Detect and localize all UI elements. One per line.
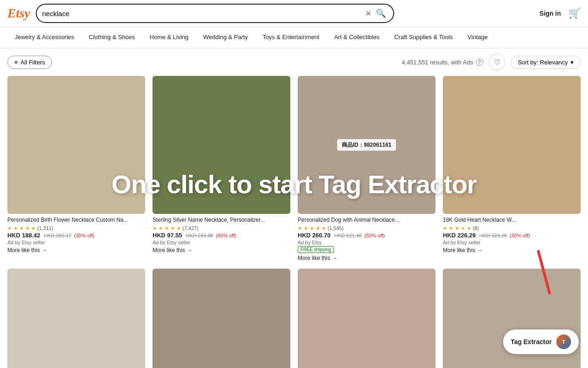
etsy-logo[interactable]: Etsy — [7, 6, 30, 21]
arrow-right-icon: → — [332, 255, 338, 261]
review-count: (7,427) — [182, 225, 198, 231]
results-info: 4,451,551 results, with Ads ? — [402, 58, 483, 66]
review-count: (1,545) — [328, 225, 344, 231]
nav-art[interactable]: Art & Collectibles — [327, 27, 387, 48]
product-card[interactable]: Initial Necklace, Letter Necklace, Gold … — [153, 269, 290, 368]
filter-label: All Filters — [21, 59, 45, 66]
product-card[interactable]: 14K Gold Name Necklace - Personalized Ne… — [298, 269, 435, 368]
search-clear-button[interactable]: ✕ — [362, 9, 374, 18]
chevron-down-icon: ▾ — [571, 59, 574, 66]
all-filters-button[interactable]: ≡ All Filters — [7, 56, 52, 69]
search-bar: ✕ 🔍 — [36, 4, 394, 23]
ad-label: Ad by Etsy — [298, 240, 435, 245]
product-rating: ★★★★★ (7,427) — [153, 225, 290, 231]
results-text: 4,451,551 results, with Ads — [402, 59, 473, 66]
product-card[interactable]: 18K Gold Heart Necklace W... ★★★★★ (8) H… — [443, 76, 581, 261]
product-rating: ★★★★★ (1,545) — [298, 225, 435, 231]
tag-extractor-label: Tag Extractor — [511, 338, 552, 345]
product-title: Personalized Birth Flower Necklace Custo… — [7, 217, 145, 224]
discount-label: (30% off) — [509, 233, 530, 238]
discount-label: (50% off) — [364, 233, 384, 238]
review-count: (1,311) — [37, 225, 53, 231]
nav-toys[interactable]: Toys & Entertainment — [255, 27, 327, 48]
original-price: HKD 521.40 — [334, 233, 362, 238]
nav-clothing[interactable]: Clothing & Shoes — [81, 27, 142, 48]
product-price-row: HKD 188.42 HKD 269.17 (30% off) — [7, 231, 145, 239]
product-card[interactable]: 商品ID：982061161 Personalized Dog with Ani… — [298, 76, 435, 261]
product-price: HKD 260.70 — [298, 232, 331, 239]
ad-label: Ad by Etsy seller — [153, 240, 290, 245]
tag-extractor-icon: T — [556, 334, 571, 349]
main-nav: Jewelry & Accessories Clothing & Shoes H… — [0, 27, 588, 48]
product-title: Personalized Dog with Animal Necklace... — [298, 217, 435, 224]
product-grid: Personalized Birth Flower Necklace Custo… — [0, 76, 588, 368]
product-title: 18K Gold Heart Necklace W... — [443, 217, 581, 224]
product-image-wrap: 商品ID：982061161 — [298, 76, 435, 214]
product-title: Sterling Silver Name Necklace, Personali… — [153, 217, 290, 224]
nav-jewelry[interactable]: Jewelry & Accessories — [7, 27, 81, 48]
product-price: HKD 188.42 — [7, 232, 40, 239]
original-price: HKD 243.88 — [186, 233, 213, 238]
search-input[interactable] — [42, 10, 362, 17]
product-card[interactable]: Personalised 18K Gold & 18K Rose Gold Pl… — [7, 269, 145, 368]
discount-label: (30% off) — [74, 233, 94, 238]
product-price-row: HKD 260.70 HKD 521.40 (50% off) — [298, 231, 435, 239]
tag-extractor-button[interactable]: Tag Extractor T — [503, 329, 579, 354]
arrow-right-icon: → — [187, 247, 192, 253]
more-like-button[interactable]: More like this → — [298, 255, 435, 261]
save-search-button[interactable]: ♡ — [489, 54, 505, 70]
ad-label: Ad by Etsy seller — [7, 240, 145, 245]
product-image-wrap — [7, 269, 145, 368]
product-image-wrap — [298, 269, 435, 368]
product-price: HKD 226.29 — [443, 232, 476, 239]
nav-craft[interactable]: Craft Supplies & Tools — [387, 27, 460, 48]
product-image-wrap — [443, 76, 581, 214]
more-like-button[interactable]: More like this → — [153, 247, 290, 253]
info-icon: ? — [476, 58, 483, 66]
toolbar: ≡ All Filters 4,451,551 results, with Ad… — [0, 48, 588, 76]
more-like-button[interactable]: More like this → — [7, 247, 145, 253]
original-price: HKD 269.17 — [44, 233, 71, 238]
product-price-row: HKD 97.55 HKD 243.88 (60% off) — [153, 231, 290, 239]
svg-text:T: T — [562, 339, 565, 345]
sort-label: Sort by: Relevancy — [518, 59, 568, 66]
product-card[interactable]: Sterling Silver Name Necklace, Personali… — [153, 76, 290, 261]
header-actions: Sign in 🛒 — [539, 7, 581, 19]
nav-home[interactable]: Home & Living — [142, 27, 196, 48]
cart-icon[interactable]: 🛒 — [568, 7, 581, 19]
discount-label: (60% off) — [216, 233, 236, 238]
product-rating: ★★★★★ (1,311) — [7, 225, 145, 231]
search-submit-button[interactable]: 🔍 — [374, 8, 388, 18]
product-price-row: HKD 226.29 HKD 323.28 (30% off) — [443, 231, 581, 239]
product-image-wrap — [153, 76, 290, 214]
arrow-right-icon: → — [477, 247, 483, 253]
product-card[interactable]: Personalized Birth Flower Necklace Custo… — [7, 76, 145, 261]
nav-wedding[interactable]: Wedding & Party — [196, 27, 255, 48]
filter-icon: ≡ — [14, 59, 18, 66]
free-shipping-badge: FREE shipping — [298, 246, 334, 253]
original-price: HKD 323.28 — [479, 233, 507, 238]
product-price: HKD 97.55 — [153, 232, 182, 239]
product-image-wrap — [7, 76, 145, 214]
product-rating: ★★★★★ (8) — [443, 225, 581, 231]
product-image-wrap — [153, 269, 290, 368]
sign-in-button[interactable]: Sign in — [539, 10, 561, 17]
arrow-right-icon: → — [42, 247, 47, 253]
header: Etsy ✕ 🔍 Sign in 🛒 — [0, 0, 588, 27]
arrow-indicator — [548, 248, 551, 294]
ad-label: Ad by Etsy seller — [443, 240, 581, 245]
nav-vintage[interactable]: Vintage — [460, 27, 495, 48]
review-count: (8) — [473, 225, 479, 231]
sort-button[interactable]: Sort by: Relevancy ▾ — [511, 56, 581, 69]
more-like-button[interactable]: More like this → — [443, 247, 581, 253]
